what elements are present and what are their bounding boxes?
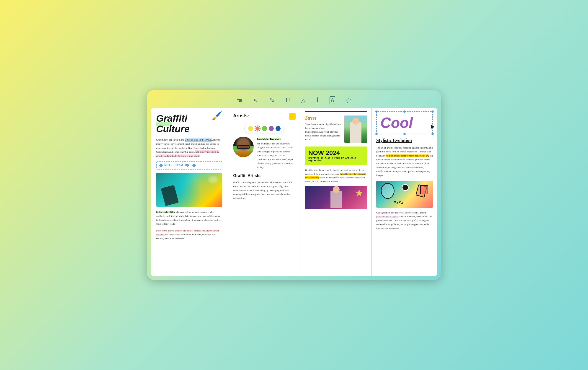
handle-tl: [375, 111, 378, 113]
cursor-arrow-icon: ▶: [431, 124, 435, 129]
color-yellow[interactable]: [248, 126, 253, 131]
last-body: College artists also followed, so profes…: [376, 211, 433, 231]
art-wavy: ∿∿: [393, 199, 404, 206]
underline-icon[interactable]: U: [285, 97, 290, 104]
early-70s-paragraph: In the early 1970s, when cans of spray p…: [156, 210, 222, 226]
diamond-icon: [159, 163, 163, 167]
handle-tm: [403, 111, 406, 113]
stylistic-heading: Stylistic Evolution: [376, 138, 433, 143]
artist-description: non-collegiate. The use of African image…: [257, 142, 296, 169]
diamond-icon-right: [192, 163, 196, 167]
text-cursor-icon[interactable]: Ī: [316, 97, 319, 104]
title-area: Graffiti Culture 🖌️: [156, 113, 222, 134]
body3-text: College artists also followed, so profes…: [376, 211, 426, 214]
street-section: Street Since then the nature of graffiti…: [305, 115, 367, 143]
intro-text-start: Graffiti first appeared in the: [156, 138, 185, 141]
pencil-icon[interactable]: ✎: [269, 97, 275, 104]
left-page: Graffiti Culture 🖌️ Graffiti first appea…: [151, 108, 228, 276]
graffiti-artists-heading: Graffiti Artists: [233, 173, 296, 178]
street-figure-body: [350, 122, 361, 143]
avatar-glasses: [237, 145, 250, 149]
bottom-head: [333, 186, 340, 193]
page-title: Graffiti Culture: [156, 113, 222, 134]
handle-bl: [375, 133, 378, 135]
toolbar: ☚ ↖ ✎ U △ Ī A ◌: [151, 94, 437, 108]
bottom-art-photo: ∿∿: [376, 181, 433, 208]
cool-word-box: Cool ▶: [376, 111, 433, 134]
artists-heading: Artists:: [233, 113, 249, 118]
street-body: Since then the nature of graffiti cultur…: [305, 123, 342, 142]
triangle-icon[interactable]: △: [301, 97, 306, 104]
handle-bm: [403, 133, 406, 135]
street-photo: [344, 115, 367, 143]
top-bar: [305, 111, 367, 112]
text-icon: ≡: [289, 113, 296, 120]
intro-highlight: United States in the 1960s.: [185, 138, 212, 142]
figure-head: [352, 118, 359, 125]
art-rect: [420, 185, 428, 194]
art-circle: [402, 184, 409, 191]
draw-up-box: NO1. Draw Up:: [156, 161, 222, 170]
color-green[interactable]: [262, 126, 267, 131]
early-highlight: In the early 1970s,: [156, 211, 175, 213]
right-page: Cool ▶ Stylistic Evolution The act of gr…: [372, 108, 437, 276]
artist-name: Jean-Michel Basquiat is: [257, 138, 281, 140]
street-page: Street Since then the nature of graffiti…: [301, 108, 372, 276]
color-purple[interactable]: [269, 126, 274, 131]
graffiti-creators-paragraph: Most of the graffiti creators are neithe…: [156, 229, 222, 241]
draw-up-label: NO1. Draw Up:: [164, 163, 191, 167]
grab-icon[interactable]: ☚: [237, 97, 242, 104]
color-orange[interactable]: [255, 126, 260, 131]
avatar-body: [233, 151, 254, 157]
street-left: Street Since then the nature of graffiti…: [305, 115, 342, 143]
artist-text-block: Jean-Michel Basquiat is non-collegiate. …: [257, 137, 296, 169]
text-box-icon[interactable]: A: [330, 96, 336, 104]
color-blue[interactable]: [275, 126, 281, 131]
cursor-icon[interactable]: ↖: [253, 97, 258, 104]
now-body: Graffiti artists do not have the baggage…: [305, 168, 367, 183]
art-blob-1: [381, 183, 395, 199]
artist-card: Jean-Michel Basquiat is non-collegiate. …: [233, 137, 296, 169]
street-bottom-photo: ★: [305, 186, 367, 209]
now-2024-title: NOW 2024: [308, 150, 364, 156]
middle-page: Artists: ≡ Jean-Michel: [228, 108, 301, 276]
graffiti-body-text: Graffiti culture began in the late 60s a…: [233, 180, 296, 200]
body2-text: can quickly attract the attention of the…: [376, 154, 433, 177]
title-text: Graffiti Culture: [156, 113, 190, 134]
handle-br: [431, 133, 434, 135]
circle-icon[interactable]: ◌: [346, 97, 351, 104]
bottom-figure: [330, 191, 342, 208]
main-content: Graffiti Culture 🖌️ Graffiti first appea…: [151, 108, 437, 276]
highlight1: from an artistic point of view: behavior…: [386, 154, 429, 157]
handle-tr: [431, 111, 434, 113]
artist-avatar: [233, 137, 254, 157]
left-spray-photo: [156, 173, 222, 207]
strikethrough-text: Nearly—: [176, 237, 184, 240]
body2-text: but rather street teens from the Bronx, …: [156, 233, 215, 240]
highlight2: people began to appear,: [376, 215, 399, 218]
now-2024-subtitle: Graffiti Is Also A Form Of Artistic Expr…: [308, 157, 364, 162]
intro-paragraph: Graffiti first appeared in the United St…: [156, 138, 222, 158]
device-frame: ☚ ↖ ✎ U △ Ī A ◌ Graffiti Culture 🖌️ Graf…: [147, 90, 441, 280]
color-palette[interactable]: [244, 124, 284, 133]
cool-text: Cool: [380, 115, 429, 130]
street-heading: Street: [305, 115, 342, 121]
wall-text: ★: [355, 188, 363, 198]
now-2024-box: NOW 2024 Graffiti Is Also A Form Of Arti…: [305, 146, 367, 165]
right-body-1: The act of graffiti itself is a rebellio…: [376, 146, 433, 177]
